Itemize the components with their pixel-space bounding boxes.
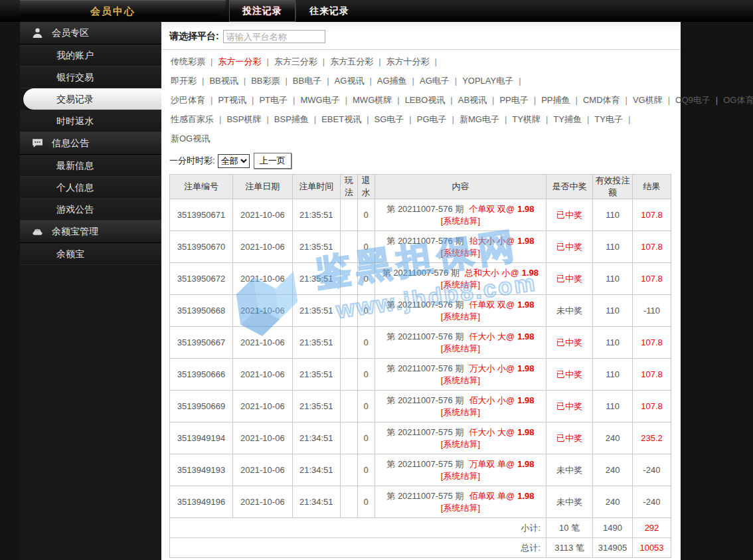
bet-content-line: 第 20211007-576 期仟大小 大@1.98 [375, 330, 546, 343]
platform-link[interactable]: PT电子 [259, 95, 288, 105]
platform-link[interactable]: TY电子 [594, 114, 623, 124]
table-row: 35139506662021-10-0621:35:510第 20211007-… [170, 359, 671, 391]
cell-date: 2021-10-06 [232, 486, 292, 518]
bet-settle-status: [系统结算] [375, 439, 546, 450]
sidebar-section-header[interactable]: 信息公告 [20, 132, 161, 155]
tab-transaction-records[interactable]: 往来记录 [296, 0, 363, 22]
lottery-type-label: 一分时时彩: [169, 155, 215, 167]
cell-result: 107.8 [633, 391, 671, 422]
cell-play [340, 359, 357, 391]
platform-separator: | [519, 76, 521, 86]
cell-content: 第 20211007-576 期万大小 小@1.98[系统结算] [375, 359, 546, 391]
platform-link[interactable]: 即开彩 [171, 76, 197, 86]
cell-order-id: 3513950668 [170, 295, 233, 327]
tab-bet-records[interactable]: 投注记录 [229, 0, 295, 22]
sidebar-item[interactable]: 游戏公告 [20, 199, 161, 221]
sidebar-section-header[interactable]: 余额宝管理 [20, 221, 161, 243]
sidebar-item[interactable]: 个人信息 [20, 177, 161, 199]
platform-separator: | [285, 76, 287, 86]
platform-link[interactable]: OG体育 [723, 95, 753, 105]
platform-separator: | [369, 76, 371, 86]
total-result: 10053 [633, 538, 671, 558]
cell-time: 21:35:51 [292, 295, 340, 327]
platform-link[interactable]: PT视讯 [218, 95, 246, 105]
cell-time: 21:35:51 [292, 359, 340, 391]
platform-link[interactable]: 东方三分彩 [274, 56, 317, 66]
platform-link[interactable]: BSP捕鱼 [274, 114, 309, 124]
platform-link[interactable]: LEBO视讯 [405, 95, 446, 105]
bet-content-line: 第 20211007-576 期个单双 双@1.98 [375, 203, 546, 216]
cell-rebate: 0 [357, 327, 375, 359]
platform-link[interactable]: PP捕鱼 [541, 95, 570, 105]
table-row: 35139506702021-10-0621:35:510第 20211007-… [170, 231, 671, 263]
main-panel: 请选择平台: 传统彩票|东方一分彩|东方三分彩|东方五分彩|东方十分彩|即开彩|… [161, 22, 681, 560]
sidebar-item[interactable]: 余额宝 [20, 243, 161, 265]
cell-content: 第 20211007-576 期仟单双 双@1.98[系统结算] [375, 295, 546, 327]
cell-time: 21:35:51 [292, 327, 340, 359]
platform-link[interactable]: SG电子 [375, 114, 404, 124]
platform-link[interactable]: BB电子 [293, 76, 321, 86]
cell-valid-amount: 240 [593, 486, 633, 518]
cell-play [340, 263, 357, 295]
bet-odds: 1.98 [517, 331, 534, 341]
platform-link[interactable]: CMD体育 [583, 95, 620, 105]
platform-separator: | [587, 114, 589, 124]
platform-link[interactable]: YOPLAY电子 [462, 76, 513, 86]
platform-link[interactable]: PP电子 [499, 95, 528, 105]
platform-link[interactable]: 东方五分彩 [330, 56, 373, 66]
platform-link[interactable]: AG捕鱼 [377, 76, 407, 86]
cell-rebate: 0 [357, 263, 375, 295]
platform-link[interactable]: BB彩票 [251, 76, 280, 86]
platform-link[interactable]: AG电子 [420, 76, 450, 86]
platform-link[interactable]: 传统彩票 [171, 56, 205, 66]
sidebar-item[interactable]: 银行交易 [20, 66, 161, 88]
platform-search-input[interactable] [223, 30, 325, 43]
platform-link[interactable]: 新MG电子 [460, 114, 499, 124]
platform-link[interactable]: 东方十分彩 [386, 56, 430, 66]
subtotal-label: 小计: [170, 518, 546, 538]
sidebar-section-header[interactable]: 会员专区 [20, 22, 161, 45]
platform-link[interactable]: 新OG视讯 [171, 134, 210, 143]
platform-separator: | [534, 95, 536, 105]
cell-win-status: 已中奖 [546, 263, 593, 295]
cell-date: 2021-10-06 [232, 231, 292, 263]
sidebar-item[interactable]: 我的账户 [20, 45, 161, 66]
bet-period: 第 20211007-575 期 [386, 459, 463, 469]
platform-link[interactable]: BB视讯 [209, 76, 238, 86]
platform-link[interactable]: TY捕鱼 [553, 114, 582, 124]
sidebar-item[interactable]: 最新信息 [20, 155, 161, 177]
platform-link[interactable]: MWG棋牌 [353, 95, 392, 105]
platform-separator: | [314, 114, 316, 124]
cell-win-status: 已中奖 [546, 359, 593, 391]
cell-order-id: 3513950669 [170, 391, 233, 422]
cell-order-id: 3513949196 [170, 486, 233, 518]
platform-link[interactable]: TY棋牌 [512, 114, 541, 124]
platform-link[interactable]: 沙巴体育 [171, 95, 205, 105]
platform-link[interactable]: VG棋牌 [633, 95, 663, 105]
cell-valid-amount: 110 [593, 359, 633, 391]
platform-link[interactable]: PG电子 [417, 114, 447, 124]
table-header-row: 注单编号注单日期注单时间玩法退水内容是否中奖有效投注额结果 [170, 175, 671, 199]
platform-link[interactable]: CQ9电子 [675, 95, 711, 105]
bet-period: 第 20211007-575 期 [386, 491, 463, 501]
cell-rebate: 0 [357, 391, 375, 422]
platform-link[interactable]: 东方一分彩 [218, 56, 261, 66]
cell-rebate: 0 [357, 199, 375, 231]
cell-order-id: 3513950666 [170, 359, 233, 391]
previous-page-button[interactable]: 上一页 [254, 153, 292, 169]
ingot-icon [32, 226, 43, 237]
bet-odds: 1.98 [517, 300, 534, 310]
platform-filter-label: 请选择平台: [169, 31, 219, 43]
sidebar-section-title: 会员专区 [52, 27, 89, 39]
platform-link[interactable]: 性感百家乐 [171, 114, 214, 124]
platform-link[interactable]: MWG电子 [300, 95, 339, 105]
sidebar-item[interactable]: 时时返水 [20, 110, 161, 132]
bet-content-line: 第 20211007-575 期万单双 单@1.98 [375, 458, 546, 471]
sidebar-item[interactable]: 交易记录 [23, 88, 161, 110]
platform-link[interactable]: BSP棋牌 [226, 114, 261, 124]
platform-link[interactable]: EBET视讯 [321, 114, 361, 124]
platform-link[interactable]: AG视讯 [335, 76, 365, 86]
platform-separator: | [244, 76, 246, 86]
bet-filter-select[interactable]: 全部 [218, 154, 250, 168]
platform-link[interactable]: AB视讯 [458, 95, 487, 105]
